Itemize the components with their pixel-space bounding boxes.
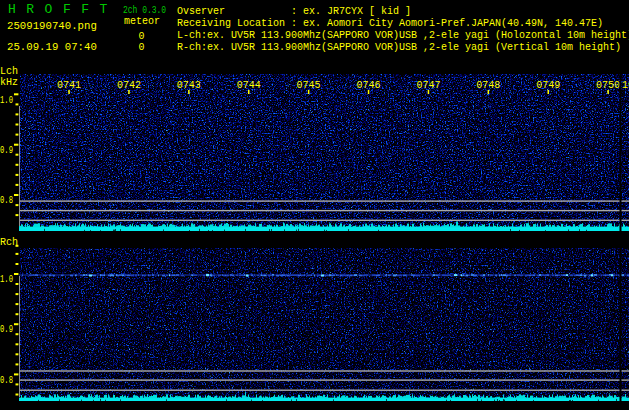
- svg-text:0.8: 0.8: [0, 375, 13, 386]
- svg-text:0: 0: [139, 31, 145, 42]
- svg-text:0749: 0749: [536, 80, 560, 91]
- svg-text:0741: 0741: [57, 80, 81, 91]
- svg-text:0748: 0748: [476, 80, 500, 91]
- svg-text:Rch: Rch: [0, 237, 18, 248]
- svg-text:0746: 0746: [356, 80, 380, 91]
- svg-text:0.9: 0.9: [0, 145, 13, 156]
- svg-text:0747: 0747: [416, 80, 440, 91]
- svg-text:kHz: kHz: [0, 77, 18, 88]
- svg-text:0750: 0750: [596, 80, 620, 91]
- svg-text:0742: 0742: [117, 80, 141, 91]
- svg-text:1.0: 1.0: [0, 94, 13, 105]
- svg-text:0743: 0743: [177, 80, 201, 91]
- svg-text:Ovserver : ex. JR7CY: Ovserver : ex. JR7CYX [ kid ]: [177, 6, 411, 17]
- svg-text:0.9: 0.9: [0, 324, 13, 335]
- svg-text:2509190740.png: 2509190740.png: [7, 20, 97, 32]
- svg-text:0: 0: [139, 42, 145, 53]
- svg-text:0.8: 0.8: [0, 195, 13, 206]
- svg-text:2ch 0.3.0: 2ch 0.3.0: [123, 4, 166, 16]
- svg-text:25.09.19 07:40: 25.09.19 07:40: [7, 41, 97, 53]
- svg-text:Lch: Lch: [0, 66, 18, 77]
- svg-text:Receiving Location : ex. Aomor: Receiving Location : ex. Aomori City Aom…: [177, 18, 603, 29]
- svg-text:L-ch:ex. UV5R 113.900Mhz(SAPPO: L-ch:ex. UV5R 113.900Mhz(SAPPORO VOR)USB…: [177, 30, 629, 41]
- svg-text:0745: 0745: [297, 80, 321, 91]
- svg-text:meteor: meteor: [124, 16, 160, 27]
- svg-text:0744: 0744: [237, 80, 261, 91]
- svg-text:10: 10: [622, 80, 629, 91]
- svg-text:R-ch:ex. UV5R 113.900Mhz(SAPPO: R-ch:ex. UV5R 113.900Mhz(SAPPORO VOR)USB…: [177, 42, 621, 53]
- svg-text:1.0: 1.0: [0, 274, 13, 285]
- svg-text:HROFFT: HROFFT: [8, 2, 118, 17]
